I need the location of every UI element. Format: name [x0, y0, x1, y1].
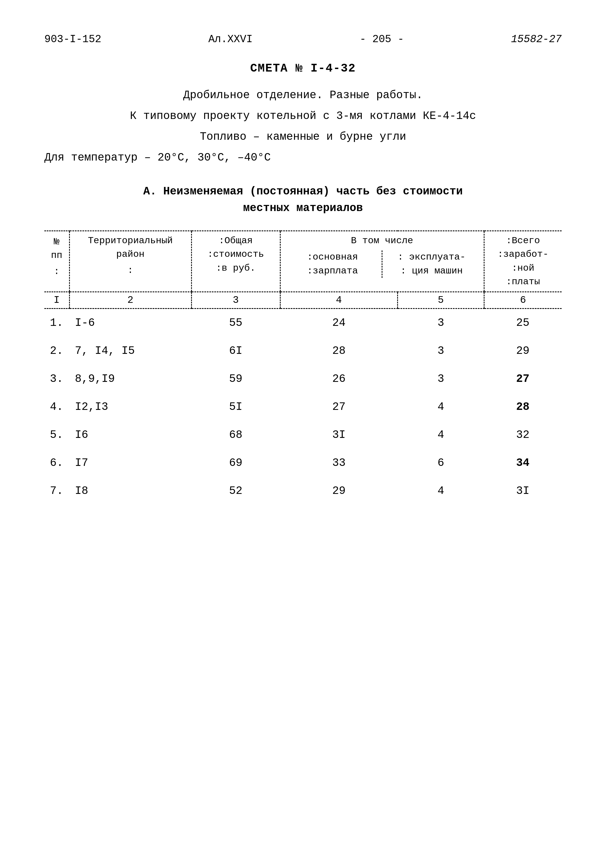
row-basic: 27 — [280, 393, 398, 421]
row-num: 6. — [44, 449, 69, 477]
col-header-cost: :Общая :стоимость :в руб. — [191, 231, 280, 292]
row-total: 29 — [484, 337, 562, 365]
table-row: 6. I7 69 33 6 34 — [44, 449, 562, 477]
subtitle2: К типовому проекту котельной с 3-мя котл… — [44, 110, 562, 122]
row-num: 5. — [44, 421, 69, 449]
col-num-2: 2 — [69, 292, 191, 308]
row-num: 2. — [44, 337, 69, 365]
table-row: 2. 7, I4, I5 6I 28 3 29 — [44, 337, 562, 365]
col-num-5: 5 — [398, 292, 484, 308]
table-row: 7. I8 52 29 4 3I — [44, 477, 562, 505]
row-basic: 26 — [280, 365, 398, 393]
row-total: 3I — [484, 477, 562, 505]
row-basic: 3I — [280, 421, 398, 449]
row-machine: 6 — [398, 449, 484, 477]
col-num-1: I — [44, 292, 69, 308]
document-title: СМЕТА № I-4-32 — [44, 62, 562, 75]
row-cost: 52 — [191, 477, 280, 505]
row-total: 25 — [484, 308, 562, 337]
row-total: 28 — [484, 393, 562, 421]
subtitle3: Топливо – каменные и бурне угли — [44, 131, 562, 143]
col-header-num: № пп : — [44, 231, 69, 292]
row-cost: 6I — [191, 337, 280, 365]
row-machine: 3 — [398, 308, 484, 337]
row-machine: 4 — [398, 421, 484, 449]
page-number: - 205 - — [360, 33, 404, 45]
col-num-4: 4 — [280, 292, 398, 308]
row-num: 3. — [44, 365, 69, 393]
row-region: I-6 — [69, 308, 191, 337]
col-header-v-tom-label: В том числе :основная :зарплата : эксплу… — [280, 231, 484, 292]
row-region: 8,9,I9 — [69, 365, 191, 393]
doc-number-right: 15582-27 — [511, 33, 562, 45]
row-region: I7 — [69, 449, 191, 477]
row-basic: 28 — [280, 337, 398, 365]
row-basic: 33 — [280, 449, 398, 477]
table-row: 3. 8,9,I9 59 26 3 27 — [44, 365, 562, 393]
row-cost: 59 — [191, 365, 280, 393]
page-header: 903-I-152 Ал.XXVI - 205 - 15582-27 — [44, 33, 562, 45]
row-num: 7. — [44, 477, 69, 505]
doc-number-left: 903-I-152 — [44, 33, 101, 45]
row-machine: 4 — [398, 393, 484, 421]
main-table: № пп : Территориальный район : :Общая :с… — [44, 231, 562, 505]
table-header-row: № пп : Территориальный район : :Общая :с… — [44, 231, 562, 292]
row-basic: 24 — [280, 308, 398, 337]
row-num: 4. — [44, 393, 69, 421]
temperatures: Для температур – 20°С, 30°С, –40°С — [44, 152, 562, 164]
row-basic: 29 — [280, 477, 398, 505]
row-region: 7, I4, I5 — [69, 337, 191, 365]
section-title: А. Неизменяемая (постоянная) часть без с… — [44, 183, 562, 217]
row-total: 34 — [484, 449, 562, 477]
row-cost: 5I — [191, 393, 280, 421]
data-table: № пп : Территориальный район : :Общая :с… — [44, 231, 562, 505]
row-cost: 69 — [191, 449, 280, 477]
row-cost: 68 — [191, 421, 280, 449]
doc-al: Ал.XXVI — [208, 33, 253, 45]
table-column-numbers: I 2 3 4 5 6 — [44, 292, 562, 308]
table-row: 5. I6 68 3I 4 32 — [44, 421, 562, 449]
row-num: 1. — [44, 308, 69, 337]
row-machine: 3 — [398, 365, 484, 393]
col-header-region: Территориальный район : — [69, 231, 191, 292]
subtitle1: Дробильное отделение. Разные работы. — [44, 89, 562, 101]
table-row: 4. I2,I3 5I 27 4 28 — [44, 393, 562, 421]
col-header-total-salary: :Всего :заработ- :ной :платы — [484, 231, 562, 292]
row-machine: 4 — [398, 477, 484, 505]
row-total: 27 — [484, 365, 562, 393]
row-region: I2,I3 — [69, 393, 191, 421]
row-machine: 3 — [398, 337, 484, 365]
col-num-6: 6 — [484, 292, 562, 308]
row-cost: 55 — [191, 308, 280, 337]
table-row: 1. I-6 55 24 3 25 — [44, 308, 562, 337]
row-region: I8 — [69, 477, 191, 505]
row-total: 32 — [484, 421, 562, 449]
col-num-3: 3 — [191, 292, 280, 308]
row-region: I6 — [69, 421, 191, 449]
